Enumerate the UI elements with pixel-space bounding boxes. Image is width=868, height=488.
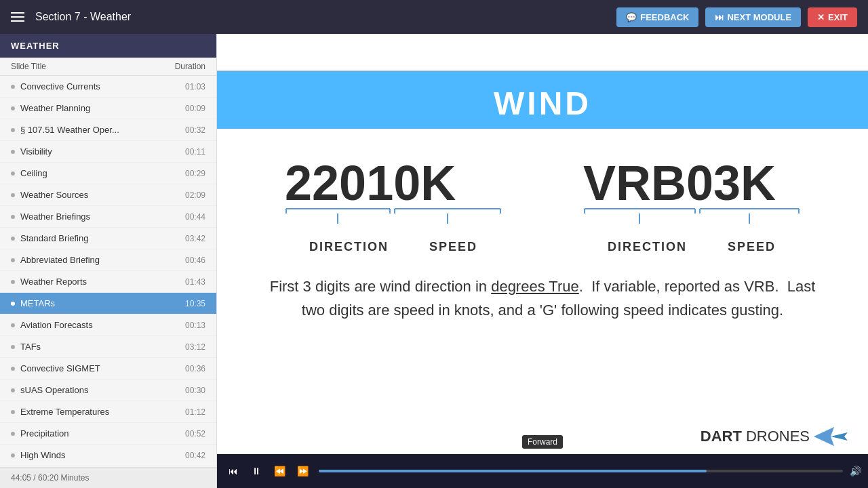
header-right: 💬 FEEDBACK ⏭ NEXT MODULE ✕ EXIT [616, 7, 857, 27]
sidebar-item-weather-briefings[interactable]: Weather Briefings 00:44 [0, 206, 216, 228]
sidebar-item-weather-operations[interactable]: § 107.51 Weather Oper... 00:32 [0, 119, 216, 141]
sidebar-item-weather-reports[interactable]: Weather Reports 01:43 [0, 271, 216, 293]
next-module-button[interactable]: ⏭ NEXT MODULE [705, 7, 801, 27]
item-duration: 00:44 [185, 212, 205, 222]
speed-label-2: SPEED [728, 240, 776, 254]
prev-button[interactable]: ⏪ [270, 462, 289, 481]
item-duration: 01:03 [185, 82, 205, 92]
sidebar-item-suas-operations[interactable]: sUAS Operations 00:30 [0, 380, 216, 401]
sidebar-item-tafs[interactable]: TAFs 03:12 [0, 336, 216, 358]
feedback-icon: 💬 [626, 12, 637, 22]
item-label: Precipitation [20, 428, 185, 439]
wind-labels-2: DIRECTION SPEED [608, 240, 776, 254]
speed-label-1: SPEED [429, 240, 477, 254]
sidebar-item-metars[interactable]: METARs 10:35 [0, 293, 216, 314]
item-duration: 00:42 [185, 451, 205, 460]
item-label: Aviation Forecasts [20, 320, 185, 330]
item-label: Weather Reports [20, 277, 185, 287]
wind-example-1: 22010K [285, 149, 502, 254]
slide-container: WIND 22010K [217, 71, 868, 454]
main-layout: WEATHER Slide Title Duration Convective … [0, 34, 868, 488]
feedback-button[interactable]: 💬 FEEDBACK [616, 7, 698, 27]
sidebar-item-visibility[interactable]: Visibility 00:11 [0, 141, 216, 163]
menu-icon[interactable] [11, 9, 24, 24]
svg-text:22010K: 22010K [285, 156, 456, 210]
sidebar-item-weather-planning[interactable]: Weather Planning 00:09 [0, 98, 216, 119]
item-label: TAFs [20, 342, 185, 352]
controls-row: ⏮ ⏸ ⏪ ⏩ 🔊 [217, 462, 868, 481]
wind-code-1: 22010K [285, 149, 502, 233]
sidebar-item-aviation-forecasts[interactable]: Aviation Forecasts 00:13 [0, 314, 216, 336]
item-dot [11, 258, 15, 262]
item-dot [11, 410, 15, 414]
sidebar-header: Slide Title Duration [0, 58, 216, 76]
bottom-controls: Forward ⏮ ⏸ ⏪ ⏩ 🔊 [217, 454, 868, 488]
item-duration: 00:29 [185, 169, 205, 178]
item-duration: 00:36 [185, 364, 205, 373]
item-dot [11, 367, 15, 371]
logo-drones: DRONES [746, 428, 810, 445]
wind-code-svg-1: 22010K [285, 149, 502, 230]
progress-bar-fill [319, 470, 707, 472]
sidebar-item-high-winds[interactable]: High Winds 00:42 [0, 445, 216, 466]
progress-bar[interactable] [319, 470, 843, 472]
item-duration: 00:09 [185, 104, 205, 113]
dartdrones-icon [814, 427, 848, 446]
item-dot [11, 106, 15, 110]
dartdrones-logo: DARTDRONES [701, 427, 848, 446]
sidebar: WEATHER Slide Title Duration Convective … [0, 34, 217, 488]
item-dot [11, 193, 15, 197]
item-duration: 02:09 [185, 190, 205, 200]
next-icon: ⏭ [715, 12, 724, 22]
sidebar-footer: 44:05 / 60:20 Minutes [0, 467, 216, 488]
pause-button[interactable]: ⏸ [247, 462, 266, 481]
svg-marker-19 [831, 432, 848, 441]
direction-label-2: DIRECTION [608, 240, 687, 254]
col-slide-title: Slide Title [11, 62, 46, 71]
sidebar-item-ceiling[interactable]: Ceiling 00:29 [0, 163, 216, 184]
item-label: § 107.51 Weather Oper... [20, 125, 185, 135]
slide-title-section: WIND [217, 71, 868, 129]
col-duration: Duration [175, 62, 205, 71]
sidebar-item-convective-currents[interactable]: Convective Currents 01:03 [0, 76, 216, 98]
sidebar-item-precipitation[interactable]: Precipitation 00:52 [0, 423, 216, 445]
item-duration: 00:11 [185, 147, 205, 157]
item-duration: 00:52 [185, 429, 205, 439]
sidebar-item-convective-sigmet[interactable]: Convective SIGMET 00:36 [0, 358, 216, 380]
page-title: Section 7 - Weather [35, 11, 131, 23]
item-label: High Winds [20, 450, 185, 460]
volume-icon[interactable]: 🔊 [850, 466, 861, 476]
item-label: Extreme Temperatures [20, 407, 185, 417]
sidebar-item-abbreviated-briefing[interactable]: Abbreviated Briefing 00:46 [0, 249, 216, 271]
item-label: Standard Briefing [20, 233, 185, 243]
item-duration: 10:35 [185, 299, 205, 308]
degrees-true-text: degrees True [491, 278, 579, 295]
wind-examples-row: 22010K [244, 142, 841, 261]
exit-icon: ✕ [817, 12, 825, 22]
item-label: Ceiling [20, 168, 185, 178]
wind-explanation: First 3 digits are wind direction in deg… [264, 274, 821, 322]
sidebar-item-weather-sources[interactable]: Weather Sources 02:09 [0, 184, 216, 206]
item-dot [11, 432, 15, 436]
rewind-button[interactable]: ⏮ [224, 462, 243, 481]
forward-button[interactable]: ⏩ [293, 462, 312, 481]
item-label: METARs [20, 298, 185, 308]
item-duration: 01:12 [185, 407, 205, 417]
sidebar-item-standard-briefing[interactable]: Standard Briefing 03:42 [0, 228, 216, 249]
sidebar-list: Convective Currents 01:03 Weather Planni… [0, 76, 216, 467]
logo-dart: DART [701, 428, 742, 445]
wind-code-2: VRB03K [583, 149, 800, 233]
item-dot [11, 150, 15, 154]
sidebar-title: WEATHER [0, 34, 216, 58]
item-label: Weather Planning [20, 103, 185, 113]
item-label: sUAS Operations [20, 385, 185, 395]
wind-code-svg-2: VRB03K [583, 149, 800, 230]
wind-example-2: VRB03K [583, 149, 800, 254]
svg-text:VRB03K: VRB03K [583, 156, 776, 210]
app-header: Section 7 - Weather 💬 FEEDBACK ⏭ NEXT MO… [0, 0, 868, 34]
exit-button[interactable]: ✕ EXIT [808, 7, 857, 27]
item-duration: 03:12 [185, 342, 205, 352]
item-dot [11, 171, 15, 176]
sidebar-item-extreme-temperatures[interactable]: Extreme Temperatures 01:12 [0, 401, 216, 423]
item-label: Convective SIGMET [20, 363, 185, 373]
